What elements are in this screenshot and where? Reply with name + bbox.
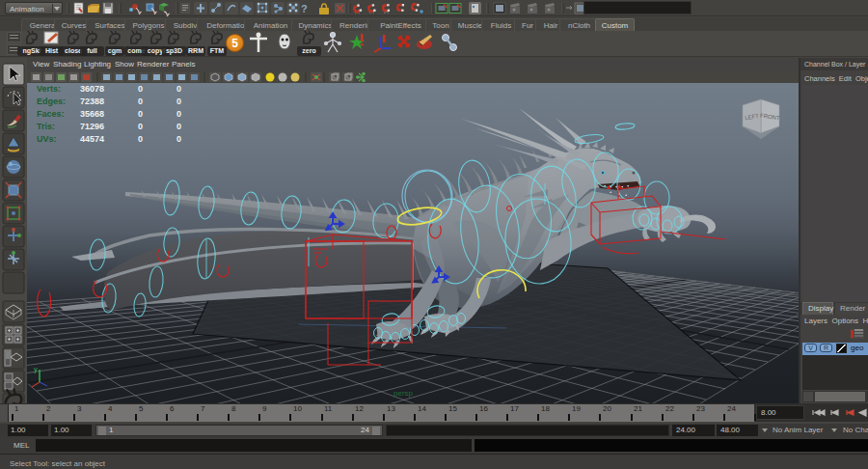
svg-text:persp: persp [393, 389, 414, 398]
svg-text:72388: 72388 [80, 97, 104, 106]
svg-text:0: 0 [138, 122, 143, 131]
svg-text:0: 0 [138, 84, 143, 94]
svg-text:?: ? [301, 3, 308, 14]
svg-text:0: 0 [176, 84, 181, 94]
svg-text:0: 0 [176, 109, 181, 119]
svg-text:0: 0 [176, 134, 181, 144]
svg-text:y: y [34, 365, 38, 373]
svg-text:0: 0 [138, 97, 143, 106]
svg-text:Tris:: Tris: [37, 122, 55, 131]
svg-text:Edges:: Edges: [37, 97, 66, 106]
svg-text:Faces:: Faces: [37, 109, 65, 119]
svg-text:0: 0 [138, 134, 143, 144]
svg-text:Verts:: Verts: [37, 84, 61, 94]
svg-text:0: 0 [138, 109, 143, 119]
svg-text:UVs:: UVs: [37, 134, 57, 144]
svg-text:71296: 71296 [80, 122, 104, 131]
svg-text:35668: 35668 [80, 109, 104, 119]
svg-text:0: 0 [176, 122, 181, 131]
svg-text:0: 0 [176, 97, 181, 106]
svg-text:36078: 36078 [80, 84, 104, 94]
svg-text:44574: 44574 [80, 134, 104, 144]
